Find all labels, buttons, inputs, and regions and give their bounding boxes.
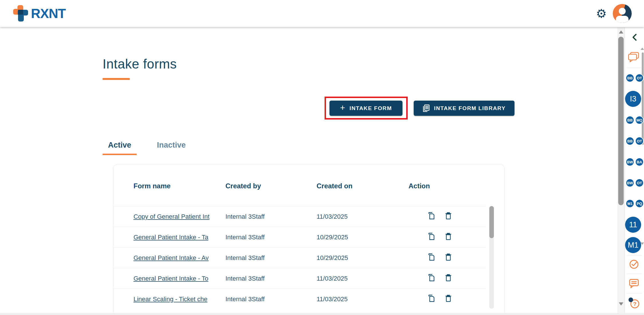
table-scrollbar-thumb[interactable] [489,206,494,238]
delete-icon[interactable] [443,273,453,283]
patient-badge[interactable]: BB [626,74,634,82]
scroll-up-arrow-icon[interactable] [619,30,623,34]
patient-badge[interactable]: OT [635,137,644,145]
created-by-cell: Internal 3Staff [225,227,300,248]
created-on-cell: 11/03/2025 [317,289,391,310]
column-header-created-by: Created by [225,181,261,191]
delete-icon[interactable] [443,211,453,221]
scroll-down-arrow-icon[interactable] [619,302,623,306]
form-name-link[interactable]: General Patient Intake - To [133,268,215,289]
table-row: Linear Scaling - Ticket che Internal 3St… [113,289,486,310]
brand-name: RXNT [31,6,66,21]
help-icon[interactable]: ? [628,297,640,309]
tasks-check-circle-icon[interactable] [628,259,640,270]
patient-badge[interactable]: BW [626,158,634,166]
copy-icon[interactable] [426,294,436,303]
form-name-link[interactable]: General Patient Intake - Ta [133,227,215,248]
patient-badge[interactable]: BA [635,158,644,166]
intake-form-library-button-label: INTAKE FORM LIBRARY [434,105,506,111]
patient-badge-large[interactable]: I3 [625,91,641,107]
created-by-cell: Internal 3Staff [225,268,300,289]
copy-icon[interactable] [426,211,436,221]
patient-badge[interactable]: BW [626,179,634,187]
page-title: Intake forms [103,56,177,72]
library-icon [423,104,430,112]
patient-badge[interactable]: M1 [626,199,634,208]
page-scrollbar-thumb[interactable] [618,37,624,205]
patient-badge[interactable]: BB [626,116,634,124]
settings-gear-icon[interactable]: ⚙ [595,6,608,21]
sidebar-divider [627,255,642,256]
column-header-created-on: Created on [317,181,352,191]
table-row: Copy of General Patient Int Internal 3St… [113,206,486,227]
patient-badge-large[interactable]: 11 [625,217,641,233]
intake-form-button[interactable]: + INTAKE FORM [329,101,403,116]
table-scrollbar-track[interactable] [489,206,494,309]
active-tab-indicator [103,154,137,155]
copy-icon[interactable] [426,273,436,283]
sidebar-scroll-up-arrow-icon[interactable] [641,48,644,50]
created-on-cell: 11/03/2025 [317,268,391,289]
intake-form-library-button[interactable]: INTAKE FORM LIBRARY [414,101,515,116]
column-header-action: Action [409,181,430,191]
form-name-link[interactable]: General Patient Intake - Av [133,248,215,268]
collapse-chevron-icon[interactable] [630,33,639,42]
title-accent-bar [103,78,130,80]
column-header-form-name: Form name [133,181,170,191]
chat-bubbles-icon[interactable] [628,52,640,63]
page-bottom-strip [0,313,644,315]
intake-form-button-label: INTAKE FORM [350,105,392,111]
patient-badge[interactable]: PQ [635,199,644,208]
avatar-body-shape [616,16,629,23]
tab-inactive[interactable]: Inactive [151,139,192,151]
created-by-cell: Internal 3Staff [225,206,300,227]
top-header: RXNT ⚙ [0,0,644,27]
intake-forms-card: Form name Created by Created on Action C… [113,165,504,315]
created-on-cell: 11/03/2025 [317,206,391,227]
delete-icon[interactable] [443,252,453,262]
patient-badge[interactable]: BB [626,137,634,145]
sidebar-divider [627,274,642,274]
patient-badge[interactable]: OT [635,179,644,187]
created-by-cell: Internal 3Staff [225,289,300,310]
sidebar-divider [627,293,642,294]
tab-active[interactable]: Active [103,139,137,151]
created-on-cell: 10/29/2025 [317,227,391,248]
user-avatar[interactable] [613,4,632,23]
table-row: General Patient Intake - Av Internal 3St… [113,247,486,268]
message-icon[interactable] [628,278,640,289]
sidebar-divider [627,68,642,68]
rxnt-cross-icon [13,5,28,22]
created-on-cell: 10/29/2025 [317,248,391,268]
form-name-link[interactable]: Linear Scaling - Ticket che [133,289,215,310]
table-row: General Patient Intake - Ta Internal 3St… [113,227,486,248]
sidebar-scrollbar-thumb[interactable] [642,52,644,145]
right-sidebar: BB OT I3 BB MQ BB OT BW BA BW OT M1 PQ 1… [625,28,644,315]
delete-icon[interactable] [443,294,453,303]
copy-icon[interactable] [426,232,436,241]
plus-icon: + [340,103,345,112]
svg-text:?: ? [633,301,637,307]
patient-badge[interactable]: MQ [635,116,644,124]
delete-icon[interactable] [443,232,453,241]
copy-icon[interactable] [426,252,436,262]
patient-badge[interactable]: OT [635,74,644,82]
avatar-head-shape [619,8,626,15]
rxnt-logo[interactable]: RXNT [13,5,66,22]
form-name-link[interactable]: Copy of General Patient Int [133,206,215,227]
patient-badge-large[interactable]: M1 [625,237,641,253]
table-row: General Patient Intake - To Internal 3St… [113,268,486,289]
created-by-cell: Internal 3Staff [225,248,300,268]
